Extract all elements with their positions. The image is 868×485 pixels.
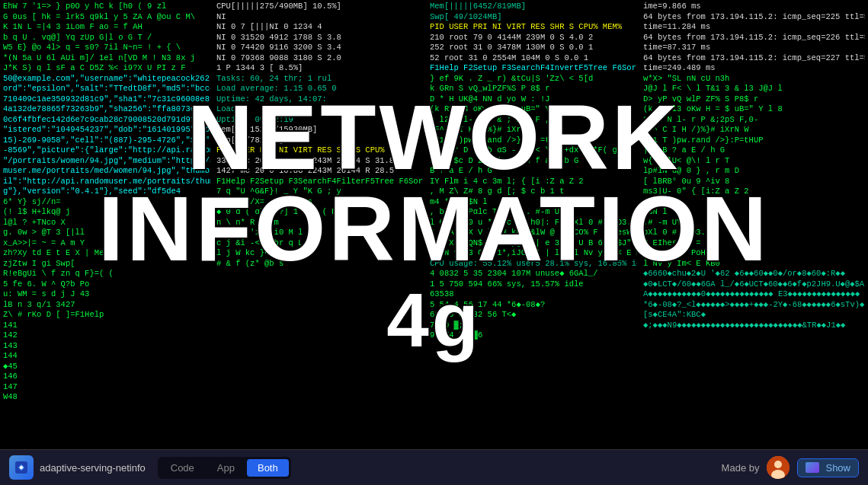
tab-group: Code App Both: [158, 457, 291, 479]
avatar[interactable]: [767, 456, 790, 479]
show-button[interactable]: Show: [797, 458, 859, 477]
terminal-col-4: ime=9.866 ms 64 bytes from 173.194.115.2…: [640, 0, 868, 449]
show-label: Show: [825, 462, 850, 474]
svg-point-1: [20, 466, 23, 469]
terminal-background: EhW 7 '1=> } p0O y hC k [h0 ( 9 zl G 0us…: [0, 0, 868, 485]
show-icon: [806, 462, 819, 473]
terminal-col-2: CPU[|||||275/490MB] 10.5%] NI NI 0 7 [||…: [213, 0, 427, 449]
app-icon[interactable]: [9, 455, 34, 480]
taskbar-right: Made by Show: [722, 456, 859, 479]
terminal-col-1: EhW 7 '1=> } p0O y hC k [h0 ( 9 zl G 0us…: [0, 0, 213, 449]
terminal-col-3: Mem[|||||6452/819MB] Swp[ 49/1024MB] PID…: [427, 0, 640, 449]
taskbar-left: adaptive-serving-netinfo Code App Both: [9, 455, 722, 480]
taskbar: adaptive-serving-netinfo Code App Both M…: [0, 449, 868, 485]
tab-code[interactable]: Code: [160, 459, 205, 477]
svg-point-3: [774, 461, 782, 468]
made-by-label: Made by: [722, 462, 760, 474]
tab-both[interactable]: Both: [247, 459, 289, 477]
tab-app[interactable]: App: [207, 459, 245, 477]
app-name: adaptive-serving-netinfo: [40, 462, 146, 474]
